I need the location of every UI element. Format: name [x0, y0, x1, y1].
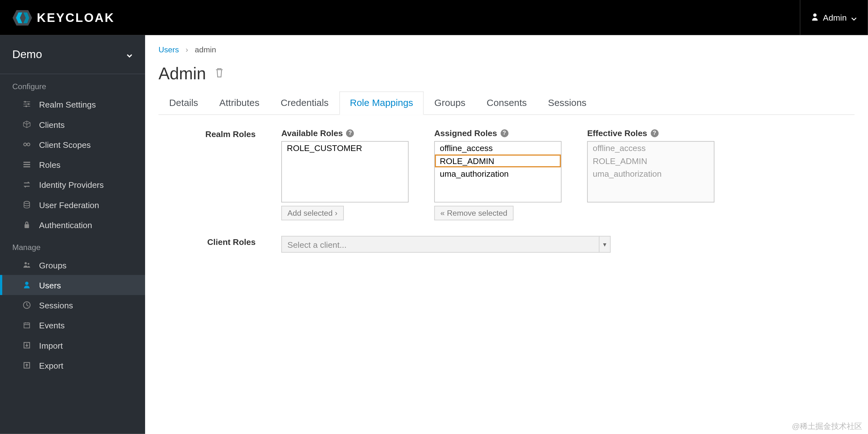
sidebar-item-label: Client Scopes — [39, 140, 91, 149]
role-option: uma_authorization — [588, 167, 714, 180]
role-option[interactable]: ROLE_ADMIN — [435, 155, 561, 167]
user-dropdown[interactable]: Admin — [800, 0, 868, 35]
svg-rect-12 — [24, 162, 30, 163]
tab-credentials[interactable]: Credentials — [270, 91, 339, 115]
svg-point-11 — [27, 143, 30, 146]
help-icon[interactable]: ? — [651, 129, 658, 137]
sidebar-item-export[interactable]: Export — [0, 355, 145, 375]
sidebar-item-import[interactable]: Import — [0, 335, 145, 355]
breadcrumb: Users › admin — [158, 45, 854, 54]
realm-roles-label: Realm Roles — [158, 128, 281, 220]
chevron-left-icon: « — [440, 208, 445, 217]
page-title-text: Admin — [158, 64, 206, 83]
tab-role-mappings[interactable]: Role Mappings — [339, 91, 424, 115]
help-icon[interactable]: ? — [346, 129, 354, 137]
sidebar-item-events[interactable]: Events — [0, 315, 145, 335]
brand-logo[interactable]: KEYCLOAK — [12, 10, 115, 25]
import-icon — [22, 341, 31, 349]
sidebar-item-clients[interactable]: Clients — [0, 114, 145, 134]
tab-consents[interactable]: Consents — [476, 91, 537, 115]
role-option[interactable]: ROLE_CUSTOMER — [282, 142, 408, 155]
tab-sessions[interactable]: Sessions — [537, 91, 597, 115]
delete-button[interactable] — [215, 67, 224, 80]
list-icon — [22, 160, 31, 169]
sidebar-item-label: Events — [39, 321, 65, 330]
sidebar-item-label: Clients — [39, 120, 65, 129]
chevron-right-icon: › — [185, 45, 188, 54]
realm-name: Demo — [12, 48, 42, 61]
sidebar-item-identity-providers[interactable]: Identity Providers — [0, 174, 145, 195]
tabs: DetailsAttributesCredentialsRole Mapping… — [158, 91, 854, 115]
sidebar-item-groups[interactable]: Groups — [0, 255, 145, 275]
sidebar-item-label: Groups — [39, 260, 66, 270]
sidebar-item-roles[interactable]: Roles — [0, 155, 145, 174]
sidebar-item-users[interactable]: Users — [0, 275, 145, 295]
lock-icon — [22, 220, 31, 229]
chevron-down-icon — [126, 48, 133, 61]
sidebar-item-client-scopes[interactable]: Client Scopes — [0, 135, 145, 155]
sidebar-item-user-federation[interactable]: User Federation — [0, 195, 145, 215]
role-option[interactable]: uma_authorization — [435, 167, 561, 180]
sidebar-item-label: User Federation — [39, 200, 99, 209]
sidebar-item-label: Roles — [39, 160, 60, 169]
cube-icon — [22, 120, 31, 129]
svg-point-9 — [25, 105, 27, 107]
sidebar-item-label: Identity Providers — [39, 180, 104, 190]
database-icon — [22, 200, 31, 209]
realm-selector[interactable]: Demo — [0, 35, 145, 74]
svg-point-8 — [28, 103, 29, 105]
effective-roles-list: offline_accessROLE_ADMINuma_authorizatio… — [587, 141, 714, 202]
section-configure: Configure — [0, 74, 145, 94]
exchange-icon — [22, 180, 31, 189]
calendar-icon — [22, 321, 31, 330]
client-select-placeholder: Select a client... — [282, 239, 599, 249]
page-title: Admin — [158, 64, 854, 83]
chevron-down-icon — [851, 13, 857, 22]
client-roles-label: Client Roles — [158, 236, 281, 253]
sidebar-item-label: Export — [39, 361, 63, 370]
help-icon[interactable]: ? — [500, 129, 508, 137]
tab-attributes[interactable]: Attributes — [209, 91, 270, 115]
svg-point-7 — [24, 101, 26, 102]
sliders-icon — [22, 100, 31, 109]
svg-rect-21 — [24, 323, 30, 328]
breadcrumb-parent[interactable]: Users — [158, 45, 179, 54]
clock-icon — [22, 301, 31, 310]
tab-groups[interactable]: Groups — [424, 91, 476, 115]
chevron-down-icon: ▼ — [599, 236, 610, 252]
role-option[interactable]: offline_access — [435, 142, 561, 155]
sidebar: Demo Configure Realm SettingsClientsClie… — [0, 35, 145, 434]
user-label: Admin — [823, 13, 847, 22]
svg-point-17 — [25, 262, 27, 264]
available-roles-label: Available Roles ? — [281, 128, 409, 138]
user-icon — [812, 13, 818, 22]
assigned-roles-label: Assigned Roles ? — [434, 128, 562, 138]
sidebar-item-realm-settings[interactable]: Realm Settings — [0, 94, 145, 114]
svg-point-10 — [24, 143, 27, 146]
add-selected-button[interactable]: Add selected › — [281, 206, 343, 221]
assigned-roles-list[interactable]: offline_accessROLE_ADMINuma_authorizatio… — [434, 141, 562, 202]
svg-rect-16 — [25, 224, 29, 228]
svg-point-15 — [24, 201, 30, 204]
available-roles-list[interactable]: ROLE_CUSTOMER — [281, 141, 409, 202]
sidebar-item-label: Import — [39, 340, 63, 350]
section-manage: Manage — [0, 235, 145, 255]
brand-text: KEYCLOAK — [37, 10, 115, 25]
svg-point-18 — [28, 263, 29, 265]
client-select[interactable]: Select a client... ▼ — [281, 236, 611, 253]
svg-rect-14 — [24, 166, 30, 168]
watermark: @稀土掘金技术社区 — [792, 422, 862, 432]
sidebar-item-authentication[interactable]: Authentication — [0, 215, 145, 235]
sidebar-item-label: Authentication — [39, 220, 92, 230]
role-option: ROLE_ADMIN — [588, 155, 714, 167]
chevron-right-icon: › — [335, 208, 338, 217]
effective-roles-label: Effective Roles ? — [587, 128, 714, 138]
sidebar-item-sessions[interactable]: Sessions — [0, 295, 145, 315]
role-option: offline_access — [588, 142, 714, 155]
svg-point-19 — [25, 282, 29, 285]
breadcrumb-current: admin — [195, 45, 216, 54]
remove-selected-button[interactable]: « Remove selected — [434, 206, 514, 221]
header: KEYCLOAK Admin — [0, 0, 868, 35]
users-icon — [22, 261, 31, 269]
tab-details[interactable]: Details — [158, 91, 209, 115]
